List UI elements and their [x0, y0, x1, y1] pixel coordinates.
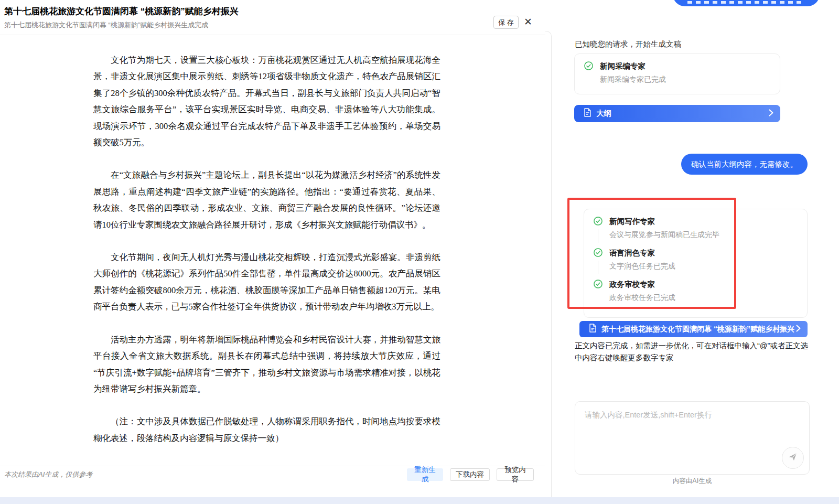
panel-divider: [545, 31, 552, 498]
save-button[interactable]: 保 存: [493, 16, 519, 29]
download-button[interactable]: 下载内容: [450, 468, 490, 481]
page-subtitle: 第十七届桃花旅游文化节圆满闭幕 “桃源新韵”赋能乡村振兴生成完成: [4, 20, 208, 30]
clipped-text: [687, 1, 805, 4]
page-title: 第十七届桃花旅游文化节圆满闭幕 “桃源新韵”赋能乡村振兴: [4, 5, 239, 17]
expert-status: 新闻采编专家已完成: [600, 75, 666, 84]
document-paragraph: 文化节期间，夜间无人机灯光秀与漫山桃花交相辉映，打造沉浸式光影盛宴。非遗剪纸大师…: [93, 249, 440, 315]
result-bar-label: 第十七届桃花旅游文化节圆满闭幕 “桃源新韵”赋能乡村振兴: [601, 325, 794, 334]
check-circle-icon: [594, 248, 603, 257]
assistant-status-text: 已知晓您的请求，开始生成文稿: [575, 39, 681, 49]
document-paragraph: （注：文中涉及具体数据已作脱敏处理，人物称谓采用职务指代，时间地点均按要求模糊化…: [93, 413, 440, 446]
outline-bar[interactable]: 大纲: [574, 105, 780, 122]
expert-name: 新闻写作专家: [609, 217, 655, 227]
chevron-right-icon: [796, 325, 801, 334]
document-paragraph: 在“文旅融合与乡村振兴”主题论坛上，副县长提出“以花为媒激活乡村经济”的系统性发…: [93, 167, 440, 233]
expert-name: 语言润色专家: [609, 248, 655, 258]
step-connector: [598, 229, 598, 243]
document-body[interactable]: 文化节为期七天，设置三大核心板块：万亩桃花观赏区通过无人机高空航拍展现花海全景，…: [93, 52, 440, 463]
expert-status: 文字润色任务已完成: [609, 262, 675, 271]
ai-generated-note: 内容由AI生成: [575, 477, 810, 486]
completion-message: 正文内容已完成，如需进一步优化，可在对话框中输入“@”或者正文选中内容右键唤醒更…: [575, 340, 809, 364]
document-paragraph: 文化节为期七天，设置三大核心板块：万亩桃花观赏区通过无人机高空航拍展现花海全景，…: [93, 52, 440, 151]
step-connector: [598, 261, 598, 274]
document-icon: [584, 108, 591, 119]
check-circle-icon: [584, 61, 593, 70]
user-message-bubble: 确认当前大纲内容，无需修改。: [681, 154, 808, 175]
document-icon: [589, 324, 597, 335]
expert-card-progress: 新闻写作专家 会议与展览参与新闻稿已生成完毕 语言润色专家 文字润色任务已完成 …: [584, 209, 808, 318]
outline-bar-label: 大纲: [596, 109, 611, 119]
expert-name: 新闻采编专家: [600, 61, 646, 71]
ai-disclaimer: 本次结果由AI生成，仅供参考: [4, 470, 92, 479]
expert-status: 会议与展览参与新闻稿已生成完毕: [609, 230, 719, 240]
preview-button[interactable]: 预览内容: [497, 468, 534, 481]
chat-input[interactable]: [575, 402, 809, 452]
send-button[interactable]: [782, 447, 804, 469]
expert-card-intake: 新闻采编专家 新闻采编专家已完成: [574, 53, 780, 94]
bottom-strip: [0, 497, 839, 504]
app-window: 第十七届桃花旅游文化节圆满闭幕 “桃源新韵”赋能乡村振兴 第十七届桃花旅游文化节…: [0, 0, 839, 504]
expert-status: 政务审校任务已完成: [609, 293, 675, 303]
footer-divider: [0, 466, 545, 466]
user-message-bubble-truncated: [673, 0, 820, 6]
check-circle-icon: [594, 280, 603, 288]
close-icon[interactable]: ✕: [524, 16, 532, 28]
paper-plane-icon: [788, 452, 798, 464]
chat-input-container: [575, 401, 810, 475]
document-paragraph: 活动主办方透露，明年将新增国际桃品种博览会和乡村民宿设计大赛，并推动智慧文旅平台…: [93, 331, 440, 398]
check-circle-icon: [594, 217, 603, 226]
chevron-right-icon: [769, 109, 773, 119]
header-divider: [0, 35, 545, 35]
expert-name: 政务审校专家: [609, 280, 655, 289]
result-document-bar[interactable]: 第十七届桃花旅游文化节圆满闭幕 “桃源新韵”赋能乡村振兴: [579, 321, 808, 337]
regenerate-button[interactable]: 重新生成: [407, 468, 443, 481]
